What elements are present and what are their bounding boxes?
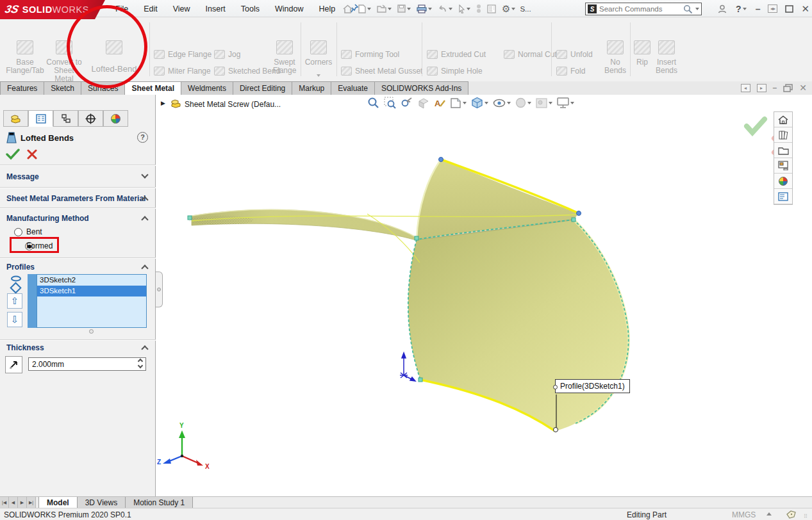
manufacturing-method-chevron-icon[interactable] <box>141 216 148 223</box>
settings-dropdown[interactable] <box>511 8 515 10</box>
dimxpertmanager-tab[interactable] <box>78 110 103 127</box>
tab-direct-editing[interactable]: Direct Editing <box>233 81 292 95</box>
display-style-dropdown[interactable] <box>485 102 488 104</box>
edge-flange-button[interactable]: Edge Flange <box>154 47 211 61</box>
display-style-button[interactable] <box>471 97 488 109</box>
scroll-tabs-left-button[interactable]: ◀ <box>9 497 18 508</box>
profiles-section-header[interactable]: Profiles <box>6 263 35 272</box>
help-button[interactable]: ? <box>734 3 748 15</box>
confirmation-ok-button[interactable] <box>743 116 768 136</box>
edit-appearance-dropdown[interactable] <box>527 102 531 104</box>
tab-features[interactable]: Features <box>0 81 44 95</box>
normal-cut-button[interactable]: Normal Cut <box>504 47 557 61</box>
design-library-tab[interactable] <box>774 143 792 158</box>
scroll-tabs-first-button[interactable]: |◀ <box>0 497 9 508</box>
pane-left-icon[interactable]: ◂ <box>741 84 750 92</box>
resize-grip[interactable]: ⠿ <box>804 514 808 519</box>
pm-ok-button[interactable] <box>6 149 20 160</box>
previous-view-button[interactable] <box>401 97 413 109</box>
search-dropdown[interactable] <box>695 8 699 10</box>
profiles-listbox[interactable]: 3DSketch2 3DSketch1 <box>37 274 147 328</box>
units-expand-icon[interactable] <box>766 512 772 516</box>
fold-button[interactable]: Fold <box>556 64 585 78</box>
model-tab[interactable]: Model <box>38 497 78 508</box>
profiles-chevron-icon[interactable] <box>141 264 148 272</box>
apply-scene-dropdown[interactable] <box>549 102 552 104</box>
flyout-tree-root-label[interactable]: Sheet Metal Screw (Defau... <box>185 100 281 109</box>
view-orientation-dropdown[interactable] <box>463 102 467 104</box>
thickness-value-input[interactable] <box>28 357 146 371</box>
hide-show-items-dropdown[interactable] <box>507 102 511 104</box>
menu-edit[interactable]: Edit <box>144 4 158 13</box>
settings-gear-button[interactable]: ⚙ <box>501 3 517 15</box>
open-button[interactable] <box>376 4 393 13</box>
tab-evaluate[interactable]: Evaluate <box>331 81 375 95</box>
edit-appearance-button[interactable] <box>515 97 531 108</box>
thickness-section-header[interactable]: Thickness <box>6 343 44 352</box>
tab-weldments[interactable]: Weldments <box>181 81 233 95</box>
custom-properties-tab[interactable] <box>774 189 792 204</box>
select-button[interactable] <box>457 4 472 14</box>
thickness-spinner[interactable] <box>138 357 142 368</box>
dynamic-annotation-views-button[interactable]: A <box>434 97 445 109</box>
solidworks-resources-tab[interactable] <box>774 127 792 143</box>
move-profile-down-button[interactable]: ⇩ <box>7 312 22 327</box>
display-pane-icon[interactable]: ◂▸ <box>768 4 777 13</box>
profile-callout[interactable]: Profile(3DSketch1) <box>555 379 630 393</box>
search-icon[interactable] <box>683 4 693 14</box>
view-palette-tab[interactable] <box>774 158 792 174</box>
search-input[interactable] <box>599 5 681 13</box>
displaymanager-tab[interactable] <box>103 110 128 127</box>
profile-list-item[interactable]: 3DSketch2 <box>37 275 146 286</box>
bent-radio-label[interactable]: Bent <box>26 227 42 236</box>
view-settings-dropdown[interactable] <box>570 102 574 104</box>
miter-flange-button[interactable]: Miter Flange <box>154 64 211 78</box>
undo-dropdown[interactable] <box>449 8 452 10</box>
tab-solidworks-addins[interactable]: SOLIDWORKS Add-Ins <box>374 81 468 95</box>
zoom-to-area-button[interactable] <box>384 97 396 109</box>
simple-hole-button[interactable]: Simple Hole <box>427 64 483 78</box>
move-profile-up-button[interactable]: ⇧ <box>7 293 22 309</box>
sheet-metal-parameters-header[interactable]: Sheet Metal Parameters From Material <box>6 194 145 203</box>
menu-tools[interactable]: Tools <box>241 4 260 13</box>
bent-radio[interactable] <box>14 228 22 236</box>
user-account-icon[interactable] <box>718 4 727 13</box>
motion-study-tab[interactable]: Motion Study 1 <box>125 497 193 508</box>
propertymanager-tab[interactable] <box>28 110 53 127</box>
menu-view[interactable]: View <box>173 4 190 13</box>
new-document-dropdown[interactable] <box>367 8 371 10</box>
restore-document-icon[interactable] <box>783 84 793 92</box>
graphics-area[interactable]: Y Z X ▶ Sheet Metal Screw (Defau... A <box>156 95 793 496</box>
message-chevron-icon[interactable] <box>141 171 148 178</box>
zoom-to-fit-button[interactable] <box>367 97 379 109</box>
pm-help-icon[interactable]: ? <box>137 132 148 143</box>
pm-cancel-button[interactable] <box>27 149 37 159</box>
menu-window[interactable]: Window <box>275 4 303 13</box>
menu-help[interactable]: Help <box>319 4 336 13</box>
flyout-tree-expand-icon[interactable]: ▶ <box>161 100 165 106</box>
hide-show-items-button[interactable] <box>493 98 511 108</box>
scroll-tabs-right-button[interactable]: ▶ <box>18 497 27 508</box>
tags-icon[interactable] <box>786 510 797 519</box>
close-window-icon[interactable]: ✕ <box>801 3 809 15</box>
minimize-document-icon[interactable]: – <box>773 83 777 92</box>
tab-sketch[interactable]: Sketch <box>44 81 81 95</box>
units-selector[interactable]: MMGS <box>732 510 756 519</box>
section-view-button[interactable] <box>417 97 429 109</box>
view-orientation-button[interactable] <box>450 97 467 109</box>
unfold-button[interactable]: Unfold <box>556 47 593 61</box>
help-dropdown[interactable] <box>743 8 747 10</box>
thickness-chevron-icon[interactable] <box>141 345 148 352</box>
select-dropdown[interactable] <box>467 8 470 10</box>
jog-button[interactable]: Jog <box>214 47 240 61</box>
reverse-thickness-button[interactable] <box>5 356 22 373</box>
profile-list-item-selected[interactable]: 3DSketch1 <box>37 286 146 297</box>
undo-button[interactable] <box>436 4 454 13</box>
extruded-cut-button[interactable]: Extruded Cut <box>427 47 486 61</box>
corners-dropdown[interactable] <box>317 74 320 77</box>
tab-markup[interactable]: Markup <box>292 81 331 95</box>
print-dropdown[interactable] <box>428 8 432 10</box>
save-dropdown[interactable] <box>407 8 411 10</box>
featuremanager-tree-tab[interactable] <box>3 110 28 127</box>
new-document-button[interactable] <box>357 4 372 14</box>
